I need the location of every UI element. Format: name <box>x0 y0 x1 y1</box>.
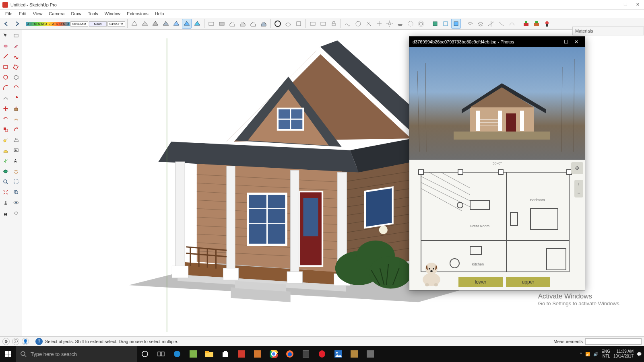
time-am[interactable]: 08:43 AM <box>70 21 88 27</box>
section-plane-tool[interactable] <box>11 208 21 218</box>
dynamic-comp-icon[interactable] <box>206 19 216 29</box>
share-icon[interactable] <box>238 19 248 29</box>
time-pm[interactable]: 04:45 PM <box>107 21 125 27</box>
sun-icon[interactable] <box>385 19 394 29</box>
fp-pan-icon[interactable]: ✥ <box>571 162 583 174</box>
walk-tool[interactable] <box>1 208 10 218</box>
pan-tool[interactable] <box>11 167 21 176</box>
app2-icon[interactable] <box>362 346 378 362</box>
fp-zoom-icon[interactable]: +− <box>574 180 583 197</box>
extwarehouse-icon[interactable] <box>259 19 268 29</box>
help-status-icon[interactable]: ? <box>35 338 43 345</box>
polygon-tool[interactable] <box>11 72 21 82</box>
photos-minimize[interactable]: ─ <box>550 39 561 45</box>
orbit-tool[interactable] <box>1 167 10 176</box>
followme-tool[interactable] <box>11 114 21 124</box>
layers-icon[interactable] <box>465 19 475 29</box>
store-icon[interactable] <box>217 346 233 362</box>
fog-icon[interactable] <box>406 19 415 29</box>
pie-tool[interactable] <box>11 93 21 103</box>
time-noon[interactable]: Noon <box>89 21 107 27</box>
look-around-tool[interactable] <box>11 198 21 208</box>
minimize-button[interactable]: ─ <box>611 2 616 7</box>
photos-taskbar-icon[interactable] <box>330 346 346 362</box>
section-icon[interactable] <box>476 19 485 29</box>
style-xray-icon[interactable] <box>182 19 192 29</box>
menu-extensions[interactable]: Extensions <box>124 10 151 17</box>
system-tray[interactable]: ˄ 📶 🔊 ENGINTL 11:39 AM10/14/2017 💬 <box>578 346 644 362</box>
notifications-icon[interactable]: 💬 <box>637 352 642 356</box>
menu-file[interactable]: File <box>2 10 15 17</box>
sandbox-4-icon[interactable] <box>374 19 384 29</box>
edge-icon[interactable] <box>169 346 185 362</box>
close-button[interactable]: ✕ <box>635 2 640 7</box>
style-shadedtex-icon[interactable] <box>161 19 171 29</box>
photos-titlebar[interactable]: d3769994b26bc0793733be80c9cfd4eb.jpg - P… <box>409 37 585 47</box>
opera-icon[interactable] <box>314 346 330 362</box>
scene-next-icon[interactable] <box>318 19 328 29</box>
maximize-button[interactable]: ☐ <box>623 2 628 7</box>
menu-help[interactable]: Help <box>152 10 167 17</box>
measurements-input[interactable] <box>585 338 642 345</box>
outliner-icon[interactable] <box>217 19 227 29</box>
rotated-rect-tool[interactable] <box>11 62 21 72</box>
undo-button[interactable] <box>2 19 11 29</box>
geo-icon[interactable] <box>416 19 426 29</box>
style-back-icon[interactable] <box>192 19 202 29</box>
house-icon[interactable] <box>227 19 237 29</box>
rotate-tool[interactable] <box>1 114 10 124</box>
protractor-tool[interactable] <box>1 146 10 155</box>
scene-lock-icon[interactable] <box>329 19 339 29</box>
calculator-icon[interactable] <box>298 346 314 362</box>
sketchup-taskbar-icon[interactable] <box>233 346 250 362</box>
month-strip[interactable]: JFMAMJJASOND <box>26 22 70 26</box>
solid-1-icon[interactable] <box>430 19 440 29</box>
plugin-2-icon[interactable] <box>532 19 541 29</box>
circle-bold-icon[interactable] <box>273 19 283 29</box>
paint-tool[interactable] <box>11 41 21 51</box>
floorplan-lower-button[interactable]: lower <box>458 277 503 287</box>
dimension-tool[interactable]: A1 <box>11 135 21 145</box>
text-tool[interactable]: A <box>11 146 21 155</box>
geo-status-icon[interactable]: ⊕ <box>2 338 10 345</box>
line-tool[interactable] <box>1 51 10 61</box>
teapot-icon[interactable] <box>283 19 293 29</box>
sandbox-1-icon[interactable] <box>343 19 353 29</box>
plugin-3-icon[interactable] <box>542 19 552 29</box>
pushpull-tool[interactable] <box>11 104 21 113</box>
solid-2-icon[interactable] <box>441 19 450 29</box>
arc-tool[interactable] <box>1 83 10 93</box>
photos-maximize[interactable]: ☐ <box>561 39 571 45</box>
materials-panel[interactable]: Materials <box>572 27 644 35</box>
scene-prev-icon[interactable] <box>308 19 318 29</box>
box-icon[interactable] <box>294 19 303 29</box>
axes-icon[interactable] <box>486 19 496 29</box>
shadow-icon[interactable] <box>395 19 405 29</box>
credits-status-icon[interactable]: ⓘ <box>12 338 19 345</box>
offset-tool[interactable] <box>11 125 21 134</box>
circle-tool[interactable] <box>1 72 10 82</box>
axes-tool[interactable] <box>1 156 10 166</box>
solid-3-icon[interactable] <box>451 19 461 29</box>
start-button[interactable] <box>0 346 16 362</box>
3dtext-tool[interactable]: A <box>11 156 21 166</box>
photos-close[interactable]: ✕ <box>571 39 582 45</box>
style-wireframe-icon[interactable] <box>130 19 139 29</box>
eraser-tool[interactable] <box>1 41 10 51</box>
volume-icon[interactable]: 🔊 <box>593 352 598 356</box>
menu-window[interactable]: Window <box>102 10 123 17</box>
firefox-icon[interactable] <box>282 346 298 362</box>
redo-button[interactable] <box>12 19 22 29</box>
component-tool[interactable] <box>11 31 21 40</box>
zoom-extents-tool[interactable] <box>1 187 10 197</box>
notepadpp-icon[interactable] <box>185 346 201 362</box>
menu-draw[interactable]: Draw <box>68 10 84 17</box>
scale-tool[interactable] <box>1 125 10 134</box>
layout-icon[interactable] <box>250 346 266 362</box>
menu-camera[interactable]: Camera <box>46 10 67 17</box>
tray-chevron-icon[interactable]: ˄ <box>580 352 582 356</box>
chrome-icon[interactable] <box>266 346 282 362</box>
style-shaded-icon[interactable] <box>151 19 160 29</box>
tape-tool[interactable] <box>1 135 10 145</box>
freehand-tool[interactable] <box>11 51 21 61</box>
